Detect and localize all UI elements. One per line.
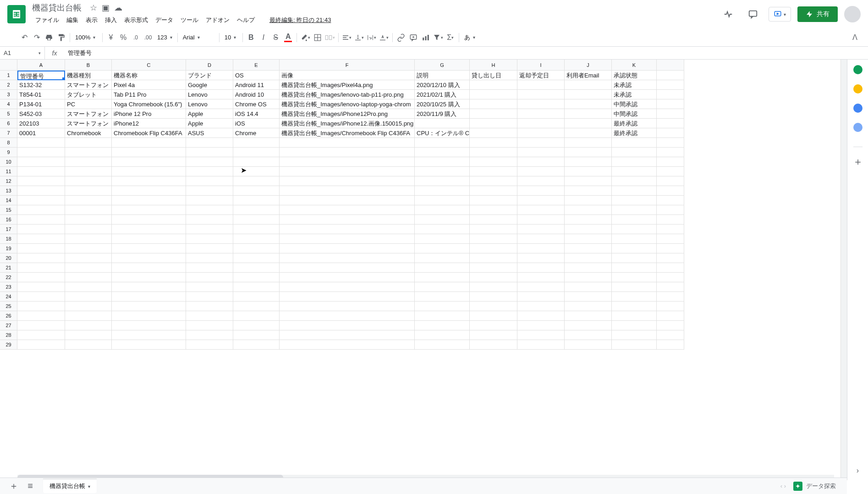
cell[interactable]: [65, 302, 112, 311]
cell[interactable]: [17, 340, 65, 350]
cell[interactable]: [565, 263, 612, 273]
cell[interactable]: [280, 321, 415, 330]
row-header[interactable]: 1: [0, 71, 17, 80]
cell[interactable]: P134-01: [17, 99, 65, 109]
cell[interactable]: 利用者Email: [565, 71, 612, 80]
cell[interactable]: [565, 138, 612, 148]
cell[interactable]: [565, 148, 612, 157]
cell[interactable]: [612, 340, 657, 350]
insert-comment-button[interactable]: [407, 32, 419, 44]
cell[interactable]: 画像: [280, 71, 415, 80]
cell[interactable]: [612, 263, 657, 273]
cell[interactable]: [112, 321, 186, 330]
column-header[interactable]: F: [280, 60, 415, 71]
cell[interactable]: [280, 138, 415, 148]
cloud-icon[interactable]: ☁: [114, 3, 122, 13]
cell[interactable]: 最終承認: [612, 119, 657, 128]
row-header[interactable]: 18: [0, 234, 17, 244]
cell[interactable]: [186, 225, 233, 234]
cell[interactable]: [612, 205, 657, 215]
cell[interactable]: [470, 321, 517, 330]
font-size-dropdown[interactable]: 10▾: [222, 32, 240, 44]
cell[interactable]: [517, 215, 565, 225]
cell[interactable]: [657, 273, 684, 282]
cell[interactable]: [565, 244, 612, 253]
tasks-icon[interactable]: [853, 104, 863, 113]
cell[interactable]: Chrome OS: [233, 99, 280, 109]
cell[interactable]: [415, 225, 470, 234]
cell[interactable]: [517, 196, 565, 205]
cell[interactable]: [415, 157, 470, 167]
cell[interactable]: [280, 292, 415, 302]
row-header[interactable]: 28: [0, 330, 17, 340]
cell[interactable]: 機器貸出台帳_Images/lenovo-laptop-yoga-chrom: [280, 99, 415, 109]
cell[interactable]: [415, 263, 470, 273]
cell[interactable]: iPhone 12 Pro: [112, 109, 186, 119]
cell[interactable]: [17, 157, 65, 167]
cell[interactable]: [565, 157, 612, 167]
move-icon[interactable]: ▣: [102, 3, 110, 13]
cell[interactable]: [186, 176, 233, 186]
cell[interactable]: [565, 234, 612, 244]
cell[interactable]: [17, 244, 65, 253]
sheet-tab-active[interactable]: 機器貸出台帳 ▾: [43, 479, 97, 480]
fill-color-button[interactable]: ▾: [299, 32, 311, 44]
cell[interactable]: [517, 205, 565, 215]
cell[interactable]: [17, 282, 65, 292]
cell[interactable]: [17, 311, 65, 321]
cell[interactable]: [65, 244, 112, 253]
cell[interactable]: [517, 176, 565, 186]
zoom-dropdown[interactable]: 100%▾: [72, 32, 100, 44]
cell[interactable]: [112, 330, 186, 340]
cell[interactable]: [65, 196, 112, 205]
cell[interactable]: [517, 263, 565, 273]
cell[interactable]: [657, 311, 684, 321]
cell[interactable]: [280, 311, 415, 321]
column-header[interactable]: K: [612, 60, 657, 71]
percent-button[interactable]: %: [117, 32, 129, 44]
row-header[interactable]: 5: [0, 109, 17, 119]
cell[interactable]: [657, 196, 684, 205]
row-header[interactable]: 23: [0, 282, 17, 292]
cell[interactable]: [657, 148, 684, 157]
cell[interactable]: [565, 321, 612, 330]
cell[interactable]: [112, 148, 186, 157]
row-header[interactable]: 17: [0, 225, 17, 234]
cell[interactable]: [612, 253, 657, 263]
cell[interactable]: [517, 234, 565, 244]
cell[interactable]: [280, 148, 415, 157]
cell[interactable]: 機器貸出台帳_Images/iPhone12Pro.png: [280, 109, 415, 119]
cell[interactable]: [612, 292, 657, 302]
cell[interactable]: [17, 321, 65, 330]
cell[interactable]: [415, 273, 470, 282]
cell[interactable]: [657, 244, 684, 253]
row-header[interactable]: 25: [0, 302, 17, 311]
cell[interactable]: [186, 330, 233, 340]
cell[interactable]: 管理番号: [17, 71, 65, 80]
cell[interactable]: [65, 340, 112, 350]
cell[interactable]: [17, 205, 65, 215]
cell[interactable]: [186, 263, 233, 273]
cell[interactable]: 機器貸出台帳_Images/lenovo-tab-p11-pro.png: [280, 90, 415, 99]
name-box[interactable]: A1▾: [0, 47, 45, 59]
cell[interactable]: [17, 273, 65, 282]
cell[interactable]: [470, 99, 517, 109]
cell[interactable]: [17, 330, 65, 340]
cell[interactable]: 202103: [17, 119, 65, 128]
cell[interactable]: [517, 138, 565, 148]
cell[interactable]: [415, 234, 470, 244]
cell[interactable]: [186, 205, 233, 215]
vertical-scrollbar[interactable]: [841, 60, 847, 480]
cell[interactable]: [470, 157, 517, 167]
cell[interactable]: [280, 302, 415, 311]
cell[interactable]: [233, 302, 280, 311]
cell[interactable]: [612, 196, 657, 205]
bold-button[interactable]: B: [245, 32, 257, 44]
cell[interactable]: [65, 321, 112, 330]
row-header[interactable]: 19: [0, 244, 17, 253]
row-header[interactable]: 27: [0, 321, 17, 330]
cell[interactable]: CPU：インテル® Core™ i3 10110U プロセッサー(2.1GHz)…: [415, 128, 470, 138]
cell[interactable]: [657, 176, 684, 186]
cell[interactable]: [470, 282, 517, 292]
cell[interactable]: [470, 128, 517, 138]
